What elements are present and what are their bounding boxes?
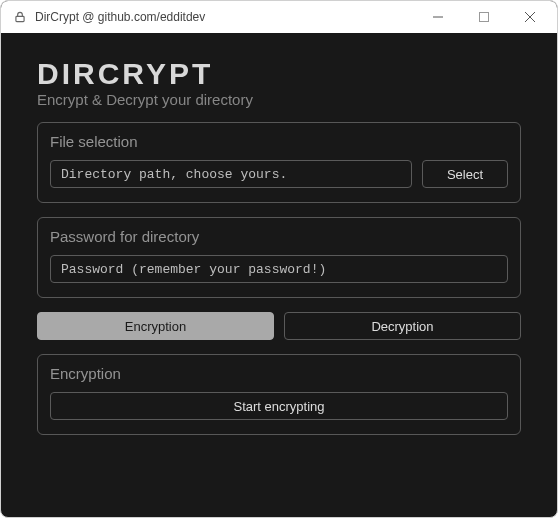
file-selection-title: File selection xyxy=(50,133,508,150)
action-panel-title: Encryption xyxy=(50,365,508,382)
tab-row: Encryption Decryption xyxy=(37,312,521,340)
maximize-button[interactable] xyxy=(461,1,507,33)
app-window: DirCrypt @ github.com/edditdev DIRCRYPT … xyxy=(0,0,558,518)
titlebar: DirCrypt @ github.com/edditdev xyxy=(1,1,557,33)
tab-decryption[interactable]: Decryption xyxy=(284,312,521,340)
tab-encryption[interactable]: Encryption xyxy=(37,312,274,340)
select-button[interactable]: Select xyxy=(422,160,508,188)
svg-rect-0 xyxy=(16,16,24,21)
password-title: Password for directory xyxy=(50,228,508,245)
start-encrypting-button[interactable]: Start encrypting xyxy=(50,392,508,420)
password-input[interactable] xyxy=(50,255,508,283)
lock-icon xyxy=(13,10,27,24)
app-title: DIRCRYPT xyxy=(37,57,521,91)
minimize-button[interactable] xyxy=(415,1,461,33)
action-panel: Encryption Start encrypting xyxy=(37,354,521,435)
content-area: DIRCRYPT Encrypt & Decrypt your director… xyxy=(1,33,557,517)
window-title: DirCrypt @ github.com/edditdev xyxy=(35,10,205,24)
password-panel: Password for directory xyxy=(37,217,521,298)
close-button[interactable] xyxy=(507,1,553,33)
directory-path-input[interactable] xyxy=(50,160,412,188)
svg-rect-2 xyxy=(480,13,489,22)
file-selection-panel: File selection Select xyxy=(37,122,521,203)
app-subtitle: Encrypt & Decrypt your directory xyxy=(37,91,521,108)
